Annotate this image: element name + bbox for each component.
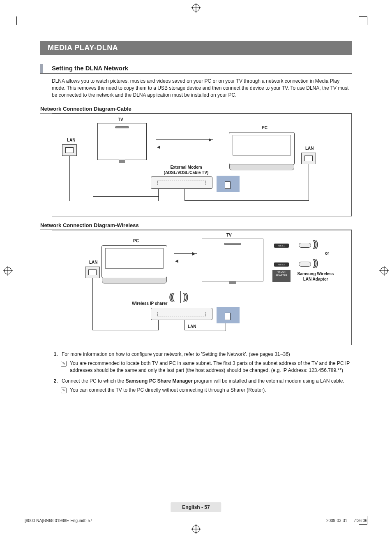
- label-or: or: [325, 251, 329, 255]
- cable-line: [92, 278, 93, 330]
- cable-line: [226, 323, 226, 331]
- cable-line: [184, 200, 309, 201]
- arrow-icon: [174, 253, 197, 254]
- adapter-port-icon: W-LANADAPTER: [272, 270, 291, 282]
- wireless-waves-icon: ))): [313, 258, 317, 268]
- cable-line: [158, 320, 159, 330]
- cable-line: [69, 156, 94, 201]
- diagram-cable: TV LAN PC LAN External Modem (ADSL/VDSL/…: [52, 114, 352, 216]
- arrow-icon: [156, 147, 213, 147]
- page-number: English - 57: [171, 502, 221, 512]
- footer-timestamp: 2009-03-31 7:36:06: [326, 518, 367, 523]
- note-icon: ✎: [61, 361, 67, 367]
- label-modem-2: (ADSL/VDSL/Cable TV): [157, 170, 215, 175]
- label-sharer: Wireless IP sharer: [132, 301, 167, 306]
- chapter-title: MEDIA PLAY-DLNA: [40, 41, 352, 55]
- wireless-waves-icon: (((: [169, 291, 173, 302]
- cable-line: [309, 164, 309, 201]
- footer-docname: [8000-NA]BN68-01988E-Eng.indb 57: [25, 518, 92, 523]
- label-lan-bottom: LAN: [188, 324, 196, 329]
- steps-list: For more information on how to configure…: [52, 351, 352, 393]
- cable-line: [184, 330, 226, 330]
- section-header: Setting the DLNA Network: [40, 64, 352, 74]
- note-row: ✎ You are recommended to locate both TV …: [59, 360, 352, 374]
- antenna-icon: [180, 291, 181, 303]
- usb-port-icon: USB2: [274, 262, 289, 267]
- arrow-icon: [156, 139, 213, 140]
- label-pc: PC: [133, 239, 139, 243]
- tv-icon: [202, 239, 263, 281]
- router-icon: [151, 308, 212, 320]
- step-text-bold: Samsung PC Share Manager: [125, 378, 192, 384]
- intro-paragraph: DLNA allows you to watch pictures, music…: [52, 78, 352, 98]
- dongle-icon: [299, 262, 311, 267]
- lan-port-icon: [301, 153, 316, 164]
- label-tv: TV: [118, 117, 123, 122]
- step-text-part: Connect the PC to which the: [62, 378, 125, 384]
- label-modem-1: External Modem: [157, 165, 215, 169]
- cable-line: [158, 189, 159, 201]
- label-adapter-2: LAN Adapter: [293, 277, 338, 281]
- label-lan-left: LAN: [67, 138, 76, 142]
- section-title: Setting the DLNA Network: [52, 64, 352, 73]
- diagram-wireless: PC LAN TV USB1 ))) or USB2 ))) W-LANADAP…: [52, 230, 352, 345]
- diagram1-heading: Network Connection Diagram-Cable: [40, 106, 352, 114]
- cable-line: [93, 196, 159, 201]
- note-icon: ✎: [61, 388, 67, 393]
- wall-plate-icon: [217, 176, 240, 192]
- tv-icon: [97, 123, 147, 160]
- note-text: You can connect the TV to the PC directl…: [70, 387, 352, 394]
- step-text: Connect the PC to which the Samsung PC S…: [62, 378, 344, 384]
- label-pc: PC: [262, 125, 267, 130]
- label-lan-right: LAN: [305, 146, 314, 151]
- cable-line: [92, 330, 159, 330]
- step-item: For more information on how to configure…: [59, 351, 352, 374]
- step-text: For more information on how to configure…: [62, 351, 290, 357]
- diagram2-heading: Network Connection Diagram-Wireless: [40, 222, 352, 230]
- cable-line: [184, 320, 185, 330]
- label-lan-left: LAN: [89, 260, 98, 265]
- step-text-part: program will be installed and the extern…: [193, 378, 344, 384]
- laptop-icon: [229, 132, 295, 165]
- label-adapter-1: Samsung Wireless: [293, 272, 338, 276]
- note-text: You are recommended to locate both TV an…: [70, 360, 352, 374]
- label-tv: TV: [226, 233, 232, 237]
- wireless-waves-icon: ))): [313, 239, 317, 249]
- wireless-waves-icon: ))): [183, 291, 187, 302]
- modem-icon: [151, 176, 212, 189]
- laptop-icon: [101, 245, 167, 278]
- section-marker-icon: [40, 64, 43, 73]
- usb-port-icon: USB1: [274, 244, 289, 248]
- lan-port-icon: [62, 144, 77, 156]
- dongle-icon: [299, 243, 311, 248]
- lan-port-icon: [85, 267, 100, 278]
- step-item: Connect the PC to which the Samsung PC S…: [59, 378, 352, 393]
- note-row: ✎ You can connect the TV to the PC direc…: [59, 387, 352, 394]
- cable-line: [184, 189, 185, 201]
- wall-plate-icon: [217, 307, 240, 323]
- arrow-icon: [174, 261, 197, 261]
